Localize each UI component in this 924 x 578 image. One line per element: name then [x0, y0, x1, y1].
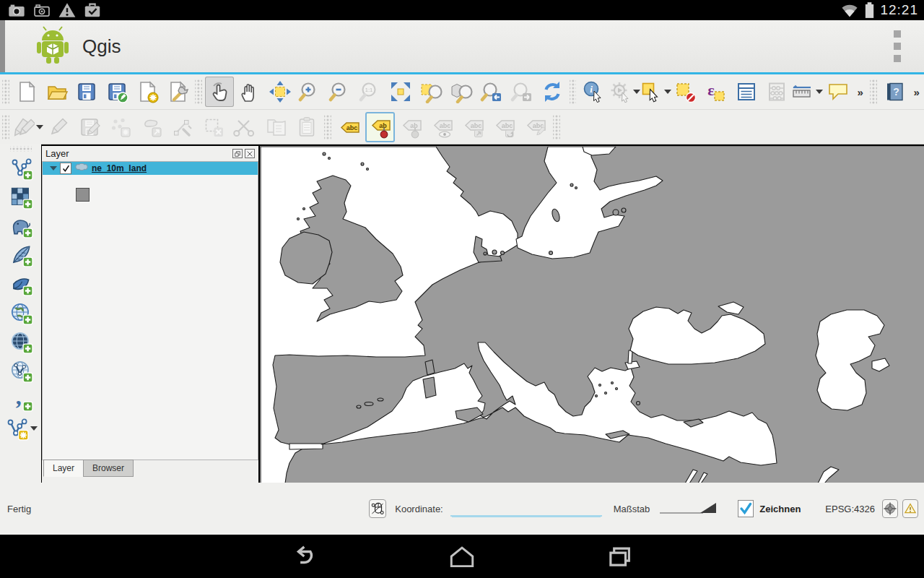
map-canvas[interactable] — [260, 146, 924, 484]
page-wrench-icon — [166, 80, 189, 103]
nav-back-button[interactable] — [288, 544, 321, 569]
zoom-out-icon — [328, 80, 352, 103]
floppy-edit-icon — [105, 80, 128, 103]
hand-icon — [238, 80, 261, 103]
svg-text:abc: abc — [439, 122, 450, 129]
toolbar-separator — [570, 79, 577, 104]
project-save-button[interactable] — [73, 77, 102, 107]
new-shapefile-layer-button[interactable] — [4, 414, 38, 443]
open-attribute-table-button[interactable] — [732, 77, 761, 107]
mouse-coordinate-icon — [370, 501, 385, 517]
zoom-layer-icon — [450, 80, 473, 103]
map-tips-button[interactable] — [824, 77, 853, 107]
add-delimited-text-layer-button[interactable]: , — [4, 385, 38, 414]
add-wms-layer-button[interactable] — [4, 298, 38, 327]
render-checkbox[interactable] — [738, 500, 754, 517]
pan-selection-icon — [269, 80, 292, 103]
project-open-button[interactable] — [43, 77, 71, 107]
add-postgis-layer-button[interactable] — [4, 212, 38, 241]
layer-mssql-icon — [9, 272, 33, 296]
add-spatialite-layer-button[interactable] — [4, 241, 38, 269]
island-corsica — [425, 360, 435, 375]
paste-features-button — [292, 112, 321, 142]
layer-symbol-swatch[interactable] — [76, 188, 90, 202]
nav-home-button[interactable] — [445, 544, 479, 569]
zoom-last-button[interactable] — [477, 77, 506, 107]
run-feature-action-button — [609, 77, 639, 107]
tab-browser[interactable]: Browser — [83, 460, 134, 477]
zoom-next-icon — [510, 80, 533, 103]
add-feature-icon — [109, 116, 132, 139]
layer-labeling-options-button[interactable]: abc — [334, 112, 364, 142]
deselect-features-button[interactable] — [671, 77, 700, 107]
refresh-map-button[interactable] — [538, 77, 567, 107]
toolbar-handle — [10, 146, 32, 152]
overflow-menu-icon[interactable] — [894, 30, 901, 62]
zoom-in-button[interactable] — [295, 77, 324, 107]
svg-text:ab: ab — [379, 122, 387, 129]
add-wfs-layer-button[interactable] — [4, 356, 38, 385]
crs-status-button[interactable] — [882, 499, 898, 518]
move-feature-icon — [140, 116, 163, 139]
camera-filled-icon — [7, 1, 26, 20]
digitizing-toolbar: abcabababcabcabcabc — [0, 110, 924, 144]
panel-float-button[interactable] — [232, 149, 243, 158]
strait-gibraltar — [289, 444, 323, 449]
help-contents-button[interactable]: ? — [880, 77, 909, 107]
select-by-expression-button[interactable]: ε — [702, 77, 731, 107]
pan-map-button[interactable] — [235, 77, 264, 107]
android-nav-bar — [0, 535, 924, 578]
zoom-to-layer-button[interactable] — [447, 77, 476, 107]
panel-close-button[interactable] — [245, 149, 255, 158]
scale-combobox[interactable] — [658, 500, 718, 518]
coordinate-input[interactable] — [450, 501, 602, 517]
label-pin-tool-button[interactable]: ab — [365, 112, 395, 142]
project-properties-button[interactable] — [163, 77, 192, 107]
zoom-native-icon: 1:1 — [359, 80, 382, 103]
zoom-full-button[interactable] — [386, 77, 415, 107]
layer-raster-icon — [9, 185, 33, 210]
expander-icon[interactable] — [50, 166, 57, 171]
dropdown-caret-icon — [664, 90, 671, 94]
nav-recents-button[interactable] — [603, 544, 636, 569]
coordinate-capture-button[interactable] — [369, 499, 386, 518]
wifi-icon — [840, 1, 859, 19]
zoom-to-selection-button[interactable] — [417, 77, 445, 107]
layers-panel-title: Layer — [45, 148, 69, 159]
tag-ab-pin-icon: ab — [400, 116, 423, 139]
toolbar-separator — [195, 79, 202, 104]
project-new-from-template-button[interactable] — [133, 77, 162, 107]
crs-globe-icon — [883, 501, 897, 516]
delete-selected-icon — [202, 116, 225, 139]
add-mssql-layer-button[interactable] — [4, 269, 38, 298]
add-raster-layer-button[interactable] — [4, 183, 38, 212]
zoom-out-button[interactable] — [326, 77, 354, 107]
attr-table-icon — [735, 80, 758, 103]
page-new-icon — [136, 80, 159, 103]
toolbar-separator — [2, 115, 9, 139]
project-new-button[interactable] — [12, 77, 41, 107]
select-rect-icon — [640, 80, 663, 103]
gear-action-icon — [609, 80, 632, 103]
toolbar-overflow-icon[interactable]: » — [853, 86, 868, 98]
log-messages-button[interactable] — [902, 499, 918, 518]
measure-button[interactable] — [793, 77, 822, 107]
tab-layer[interactable]: Layer — [43, 460, 84, 477]
add-wcs-layer-button[interactable] — [4, 327, 38, 356]
add-vector-layer-button[interactable] — [4, 154, 38, 183]
layer-visibility-checkbox[interactable] — [60, 163, 71, 174]
layer-tree-row[interactable]: ne_10m_land — [43, 162, 258, 175]
move-label-button: abc — [458, 112, 488, 142]
app-title: Qgis — [82, 35, 121, 58]
pan-to-selection-button[interactable] — [266, 77, 295, 107]
select-features-button[interactable] — [640, 77, 670, 107]
toolbar-overflow-2-icon[interactable]: » — [910, 86, 924, 98]
cut-features-button — [230, 112, 259, 142]
identify-features-button[interactable]: i — [579, 77, 608, 107]
notification-icons — [0, 1, 102, 20]
svg-text:ε: ε — [707, 81, 714, 99]
project-save-as-button[interactable] — [103, 77, 131, 107]
dropdown-caret-icon — [816, 90, 823, 94]
touch-zoom-button[interactable] — [205, 77, 234, 107]
action-bar-edge — [0, 20, 5, 72]
